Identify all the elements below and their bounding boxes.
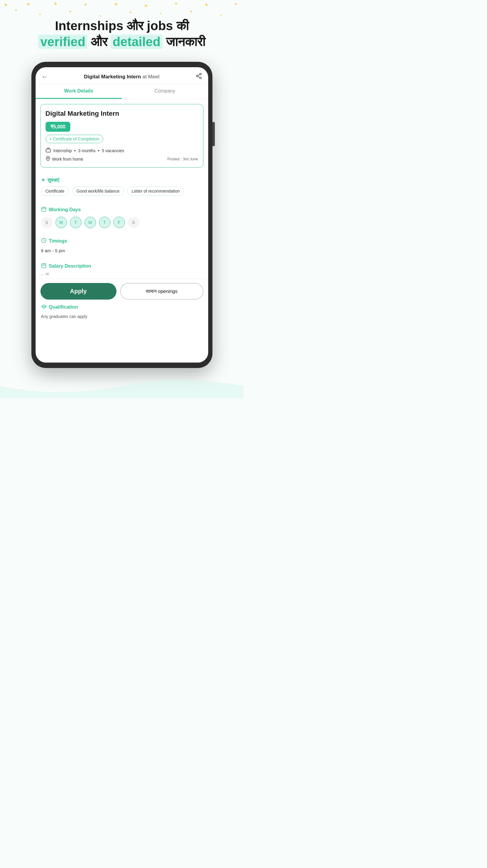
sparkle-icon: ✦ bbox=[41, 177, 45, 183]
verified-highlight: verified bbox=[38, 35, 87, 49]
qualification-value: Any graduates can apply bbox=[41, 314, 203, 319]
perks-section-title: ✦ सुवधाएं bbox=[41, 177, 203, 183]
svg-rect-12 bbox=[41, 264, 46, 268]
share-button[interactable] bbox=[196, 73, 202, 81]
bottom-action-bar: Apply सामान openings bbox=[36, 278, 208, 304]
perks-list: Certificate Good work/life balance Lette… bbox=[41, 187, 203, 195]
hero-title-line2: verified और detailed जानकारी bbox=[12, 34, 231, 50]
perk-certificate: Certificate bbox=[41, 187, 69, 195]
qualification-section: Qualification Any graduates can apply bbox=[36, 304, 208, 324]
location-icon bbox=[46, 156, 50, 162]
timings-value: 9 am - 5 pm bbox=[41, 248, 203, 253]
similar-openings-button[interactable]: सामान openings bbox=[120, 283, 203, 300]
hero-title-line1: Internships और jobs की bbox=[12, 18, 231, 34]
working-days-title: Working Days bbox=[41, 207, 203, 213]
day-sunday: S bbox=[41, 217, 53, 228]
job-duration: 3 months bbox=[78, 148, 96, 153]
days-row: S M T W T F S bbox=[41, 217, 203, 228]
salary-desc-partial: ... ar bbox=[41, 271, 203, 276]
certificate-badge: + Certificate of Completion bbox=[46, 135, 103, 143]
location-row: Work from home bbox=[46, 156, 83, 162]
day-thursday: T bbox=[99, 217, 110, 228]
job-meta-row2: Work from home Posted : 3rd June bbox=[46, 156, 198, 162]
svg-point-6 bbox=[47, 158, 49, 159]
day-friday: F bbox=[113, 217, 125, 228]
salary-badge: ₹5,000 bbox=[46, 122, 70, 132]
phone-screen: ← Digital Marketing Intern at Meet Work … bbox=[36, 67, 208, 363]
salary-desc-calendar-icon bbox=[41, 263, 47, 270]
hero-section: Internships और jobs की verified और detai… bbox=[0, 0, 244, 59]
timings-section: Timings 9 am - 5 pm bbox=[36, 233, 208, 258]
phone-mockup: ← Digital Marketing Intern at Meet Work … bbox=[0, 59, 244, 368]
tab-company[interactable]: Company bbox=[122, 84, 208, 99]
job-vacancies: 5 vacancies bbox=[102, 148, 124, 153]
bag-icon bbox=[46, 147, 51, 154]
day-tuesday: T bbox=[70, 217, 82, 228]
day-wednesday: W bbox=[85, 217, 96, 228]
back-button[interactable]: ← bbox=[41, 73, 48, 81]
job-card: Digital Marketing Intern ₹5,000 + Certif… bbox=[40, 104, 203, 167]
clock-icon bbox=[41, 238, 47, 244]
tab-work-details[interactable]: Work Details bbox=[36, 84, 122, 99]
dot-separator1: • bbox=[74, 148, 76, 153]
perks-section: ✦ सुवधाएं Certificate Good work/life bal… bbox=[36, 173, 208, 202]
svg-line-4 bbox=[198, 74, 199, 76]
apply-button[interactable]: Apply bbox=[40, 283, 116, 300]
perk-letter: Letter of recommendation bbox=[127, 187, 184, 195]
svg-rect-5 bbox=[46, 149, 50, 152]
job-location: Work from home bbox=[52, 157, 83, 161]
job-meta-row1: Internship • 3 months • 5 vacancies bbox=[46, 147, 198, 154]
calendar-icon bbox=[41, 207, 47, 213]
dot-separator2: • bbox=[98, 148, 99, 153]
qualification-title: Qualification bbox=[41, 304, 203, 310]
day-saturday: S bbox=[128, 217, 139, 228]
phone-body: ← Digital Marketing Intern at Meet Work … bbox=[31, 62, 212, 368]
app-title: Digital Marketing Intern at Meet bbox=[84, 74, 159, 80]
svg-line-3 bbox=[198, 76, 199, 78]
app-header: ← Digital Marketing Intern at Meet bbox=[36, 67, 208, 84]
tab-bar: Work Details Company bbox=[36, 84, 208, 99]
phone-side-button bbox=[212, 122, 215, 146]
perk-work-life: Good work/life balance bbox=[72, 187, 124, 195]
working-days-section: Working Days S M T W T F S bbox=[36, 202, 208, 233]
day-monday: M bbox=[56, 217, 67, 228]
svg-rect-7 bbox=[41, 207, 46, 212]
detailed-highlight: detailed bbox=[111, 35, 162, 49]
salary-desc-title: Salary Description bbox=[41, 263, 203, 270]
salary-desc-section: Salary Description ... ar bbox=[36, 258, 208, 278]
grad-icon bbox=[41, 304, 47, 310]
job-type: Internship bbox=[53, 148, 72, 153]
timings-title: Timings bbox=[41, 238, 203, 244]
bottom-wave bbox=[0, 374, 244, 398]
job-posted-date: Posted : 3rd June bbox=[168, 157, 198, 161]
job-card-title: Digital Marketing Intern bbox=[46, 110, 198, 118]
